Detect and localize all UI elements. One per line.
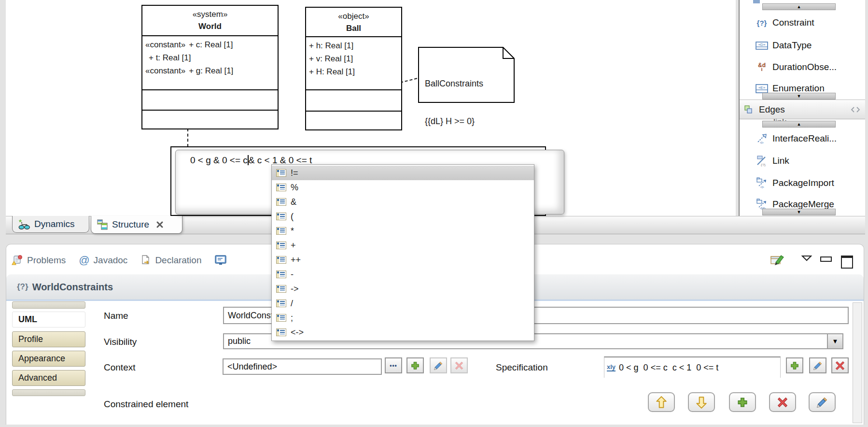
side-tab-partial[interactable] <box>12 301 85 309</box>
context-edit-button[interactable] <box>430 357 447 373</box>
autocomplete-item[interactable]: + <box>272 238 534 253</box>
specification-list[interactable]: xly 0 < g 0 <= c c < 1 0 <= t <box>604 356 781 378</box>
context-browse-button[interactable]: ••• <box>385 357 402 373</box>
class-ball[interactable]: «object» Ball + h: Real [1] + v: Real [1… <box>305 7 402 130</box>
ellipsis-icon: ••• <box>390 362 397 369</box>
new-view-icon[interactable] <box>770 253 785 267</box>
name-label: Name <box>104 311 128 321</box>
attribute[interactable]: + h: Real [1] <box>309 39 398 52</box>
maximize-icon[interactable] <box>841 256 853 269</box>
context-input[interactable]: <Undefined> <box>223 358 382 375</box>
svg-text:‹I›: ‹I› <box>760 185 764 189</box>
panel-tab-declaration[interactable]: Declaration <box>140 255 201 266</box>
autocomplete-item[interactable]: <-> <box>272 325 534 340</box>
palette-item-datatype[interactable]: «D» DataType <box>740 38 865 53</box>
palette-scroll-down-button[interactable]: ▼ <box>762 93 836 100</box>
autocomplete-item[interactable]: ; <box>272 311 534 325</box>
move-up-button[interactable] <box>648 392 675 412</box>
palette-item-durationobservation[interactable]: &d DurationObse... <box>740 59 865 75</box>
note-title: BallConstraints <box>425 77 483 90</box>
class-ball-header: «object» Ball <box>306 8 401 37</box>
side-tab-profile[interactable]: Profile <box>12 331 85 347</box>
properties-scrollbar[interactable] <box>853 302 862 423</box>
palette-scroll-up-button[interactable]: ▲ <box>762 121 836 128</box>
world-constraint-link[interactable] <box>187 128 188 147</box>
constrained-delete-button[interactable] <box>769 392 796 412</box>
constraint-icon: {?} <box>753 19 770 27</box>
palette-item-link-partial[interactable]: link <box>773 117 786 121</box>
side-tab-partial[interactable] <box>12 389 85 396</box>
console-icon[interactable] <box>214 255 227 266</box>
autocomplete-item[interactable]: ( <box>272 209 534 224</box>
side-tab-appearance[interactable]: Appearance <box>12 351 85 367</box>
autocomplete-item[interactable]: != <box>272 166 534 180</box>
editor-tab-structure[interactable]: Structure <box>91 216 182 234</box>
context-add-button[interactable] <box>406 357 424 373</box>
palette-item-constraint[interactable]: {?} Constraint <box>740 14 865 31</box>
uml-note-text[interactable]: BallConstraints {{dL} H >= 0} <box>425 52 483 153</box>
palette-item-packageimport[interactable]: ‹I› PackageImport <box>740 174 865 192</box>
ball-note-link[interactable] <box>400 75 420 85</box>
pencil-icon <box>817 397 827 408</box>
class-world-header: «system» World <box>142 6 278 36</box>
attributes-compartment: + h: Real [1] + v: Real [1] + H: Real [1… <box>306 37 401 90</box>
link-icon: {?} <box>753 155 770 167</box>
palette-scroll-down-button[interactable]: ▼ <box>762 209 836 215</box>
attribute[interactable]: + t: Real [1] <box>145 51 275 64</box>
papyrus-workbench: «system» World «constant»+ c: Real [1] +… <box>0 0 868 427</box>
palette-scroll-up-button[interactable]: ▲ <box>762 3 836 10</box>
proposal-template-icon <box>276 328 286 336</box>
autocomplete-item[interactable]: -> <box>272 282 534 296</box>
autocomplete-item[interactable]: & <box>272 195 534 209</box>
constraint-icon: {?} <box>17 282 28 292</box>
autocomplete-item[interactable]: / <box>272 296 534 311</box>
autocomplete-item[interactable]: ++ <box>272 253 534 267</box>
specification-add-button[interactable] <box>786 357 803 373</box>
proposal-template-icon <box>276 169 286 177</box>
side-tab-uml[interactable]: UML <box>12 312 85 327</box>
nested-compartment <box>306 112 401 129</box>
class-name: Ball <box>306 22 401 34</box>
problems-icon <box>12 255 23 266</box>
autocomplete-item[interactable]: % <box>272 180 534 195</box>
operations-compartment <box>306 90 401 112</box>
attribute[interactable]: + H: Real [1] <box>309 65 398 78</box>
close-icon[interactable] <box>156 221 164 228</box>
proposal-template-icon <box>276 242 286 249</box>
plus-icon <box>411 361 420 370</box>
move-down-button[interactable] <box>688 392 715 412</box>
attribute[interactable]: «constant»+ g: Real [1] <box>145 64 275 77</box>
class-world[interactable]: «system» World «constant»+ c: Real [1] +… <box>141 5 279 129</box>
palette-group-edges[interactable]: Edges <box>740 100 865 119</box>
package-import-icon: ‹I› <box>753 177 770 189</box>
tab-label: Structure <box>112 219 149 230</box>
panel-tab-javadoc[interactable]: @ Javadoc <box>79 254 127 267</box>
editor-tab-dynamics[interactable]: Dynamics <box>12 216 89 233</box>
context-delete-button[interactable] <box>450 357 468 373</box>
visibility-dropdown-arrow[interactable]: ▼ <box>827 334 842 348</box>
constrained-add-button[interactable] <box>729 392 756 412</box>
proposal-template-icon <box>276 198 286 206</box>
specification-delete-button[interactable] <box>831 357 849 373</box>
view-menu-icon[interactable] <box>801 255 812 261</box>
declaration-icon <box>140 255 151 266</box>
operations-compartment <box>142 90 278 111</box>
autocomplete-popup: != % & ( * + ++ - -> / ; <-> <box>271 164 534 341</box>
specification-edit-button[interactable] <box>809 357 826 373</box>
minimize-icon[interactable] <box>820 256 832 262</box>
palette-item-link[interactable]: {?} Link <box>740 153 865 169</box>
palette: ▲ {?} Constraint «D» DataType &d Duratio… <box>739 0 865 216</box>
plus-icon <box>790 361 799 370</box>
palette-pin-icon[interactable] <box>851 107 860 113</box>
autocomplete-item[interactable]: - <box>272 267 534 282</box>
panel-tab-problems[interactable]: Problems <box>12 255 66 266</box>
attribute[interactable]: «constant»+ c: Real [1] <box>145 38 275 51</box>
autocomplete-item[interactable]: * <box>272 224 534 238</box>
svg-text:&d: &d <box>758 62 766 69</box>
side-tab-advanced[interactable]: Advanced <box>12 370 85 386</box>
enumeration-icon: «E» <box>753 84 770 93</box>
specification-label: Specification <box>496 362 548 373</box>
palette-item-interfacerealization[interactable]: ‹I› InterfaceReali... <box>740 129 865 148</box>
constrained-edit-button[interactable] <box>809 392 836 412</box>
attribute[interactable]: + v: Real [1] <box>309 52 398 65</box>
